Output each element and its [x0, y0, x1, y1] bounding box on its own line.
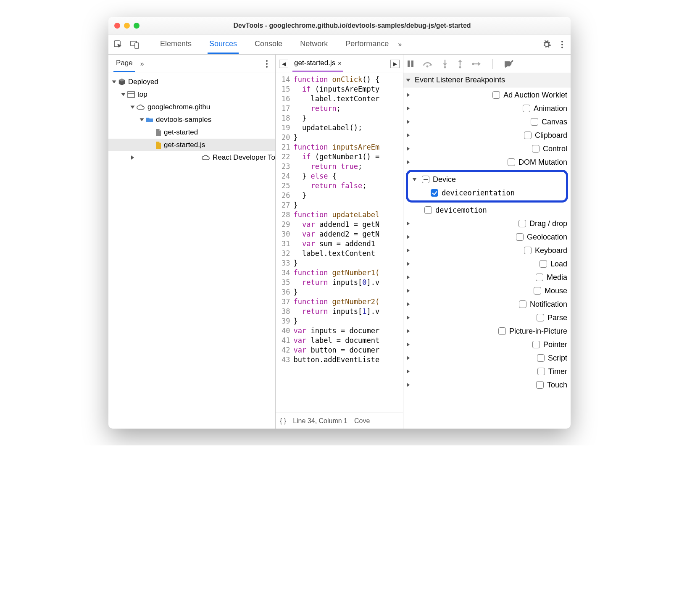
breakpoint-event[interactable]: deviceorientation [410, 186, 564, 200]
breakpoint-category[interactable]: Control [403, 142, 571, 155]
close-window[interactable] [114, 23, 120, 29]
breakpoint-category[interactable]: Pointer [403, 338, 571, 351]
checkbox[interactable] [537, 314, 544, 321]
tab-performance[interactable]: Performance [344, 35, 390, 54]
pretty-print-icon[interactable]: { } [280, 417, 286, 425]
breakpoint-category[interactable]: Notification [403, 297, 571, 311]
more-tabs-icon[interactable]: » [398, 41, 402, 48]
svg-rect-2 [135, 43, 139, 48]
nav-fwd-icon[interactable]: ▶ [390, 60, 400, 68]
checkbox[interactable] [424, 206, 432, 214]
nav-back-icon[interactable]: ◀ [279, 60, 288, 68]
breakpoint-category[interactable]: Script [403, 351, 571, 365]
caret-icon [131, 106, 135, 109]
category-label: Keyboard [535, 246, 567, 255]
breakpoint-category[interactable]: Mouse [403, 284, 571, 297]
breakpoint-category[interactable]: Drag / drop [403, 217, 571, 230]
close-tab-icon[interactable]: × [338, 60, 342, 67]
source-code[interactable]: function onClick() { if (inputsAreEmpty … [293, 73, 379, 413]
tab-elements[interactable]: Elements [158, 35, 193, 54]
breakpoint-category[interactable]: Keyboard [403, 244, 571, 257]
breakpoint-event[interactable]: devicemotion [403, 203, 571, 217]
step-into-icon[interactable] [442, 60, 448, 68]
tree-item[interactable]: devtools-samples [108, 113, 275, 126]
breakpoint-category[interactable]: Ad Auction Worklet [403, 88, 571, 102]
checkbox[interactable] [524, 132, 532, 139]
step-over-icon[interactable] [423, 61, 433, 67]
breakpoint-category[interactable]: Parse [403, 311, 571, 324]
page-tab[interactable]: Page [113, 55, 135, 72]
cloud-icon [137, 104, 145, 110]
caret-icon [407, 369, 532, 374]
breakpoint-category[interactable]: Animation [403, 102, 571, 115]
checkbox[interactable] [508, 158, 515, 166]
deactivate-breakpoints-icon[interactable] [504, 60, 514, 68]
breakpoint-category[interactable]: Load [403, 257, 571, 271]
tree-item[interactable]: Deployed [108, 76, 275, 88]
file-tab[interactable]: get-started.js × [292, 55, 343, 72]
file-icon [155, 129, 161, 136]
breakpoint-category[interactable]: Device [410, 173, 564, 186]
checkbox[interactable] [540, 260, 547, 268]
tree-item[interactable]: React Developer To [108, 151, 275, 164]
caret-icon [140, 118, 144, 121]
checkbox[interactable] [492, 91, 500, 99]
tree-item[interactable]: googlechrome.githu [108, 101, 275, 113]
inspect-icon[interactable] [113, 40, 123, 49]
settings-icon[interactable] [542, 40, 551, 49]
breakpoint-category[interactable]: Media [403, 271, 571, 284]
line-gutter: 1415161718192021222324252627282930313233… [276, 73, 293, 413]
tree-item-label: get-started [164, 128, 198, 137]
tab-network[interactable]: Network [298, 35, 329, 54]
breakpoint-category[interactable]: Geolocation [403, 230, 571, 244]
checkbox[interactable] [531, 118, 538, 126]
checkbox[interactable] [537, 368, 545, 375]
checkbox[interactable] [534, 287, 541, 295]
zoom-window[interactable] [134, 23, 139, 29]
tree-item[interactable]: get-started [108, 126, 275, 139]
breakpoint-category[interactable]: DOM Mutation [403, 155, 571, 169]
tree-item[interactable]: top [108, 88, 275, 101]
tree-item[interactable]: get-started.js [108, 139, 275, 151]
kebab-menu-icon[interactable] [559, 41, 566, 48]
caret-icon [407, 316, 531, 320]
checkbox[interactable] [537, 354, 545, 362]
breakpoints-panel-title: Event Listener Breakpoints [415, 76, 505, 84]
checkbox[interactable] [524, 247, 532, 254]
caret-icon [407, 221, 513, 226]
tab-sources[interactable]: Sources [208, 35, 239, 54]
checkbox[interactable] [498, 327, 506, 335]
step-icon[interactable] [472, 61, 482, 67]
caret-icon [407, 302, 513, 306]
breakpoint-category[interactable]: Clipboard [403, 129, 571, 142]
checkbox[interactable] [516, 233, 524, 241]
breakpoint-category[interactable]: Canvas [403, 115, 571, 129]
checkbox[interactable] [532, 145, 540, 153]
device-toggle-icon[interactable] [130, 40, 139, 49]
caret-icon [407, 262, 534, 266]
breakpoints-panel-header[interactable]: Event Listener Breakpoints [403, 73, 571, 87]
checkbox[interactable] [536, 381, 544, 389]
checkbox[interactable] [518, 220, 526, 227]
step-out-icon[interactable] [457, 60, 463, 68]
breakpoint-category[interactable]: Touch [403, 378, 571, 392]
checkbox[interactable] [532, 341, 540, 348]
jsfile-icon [155, 142, 161, 149]
svg-point-11 [459, 66, 461, 68]
breakpoint-category[interactable]: Picture-in-Picture [403, 324, 571, 338]
checkbox[interactable] [536, 274, 543, 281]
checkbox[interactable] [523, 105, 530, 112]
minimize-window[interactable] [124, 23, 130, 29]
category-label: Media [547, 273, 567, 282]
breakpoint-category[interactable]: Timer [403, 365, 571, 378]
checkbox[interactable] [422, 176, 429, 183]
checkbox[interactable] [519, 300, 526, 308]
checkbox[interactable] [431, 189, 438, 197]
tab-console[interactable]: Console [253, 35, 284, 54]
nav-kebab-icon[interactable] [263, 60, 270, 68]
main-toolbar: ElementsSourcesConsoleNetworkPerformance… [108, 34, 571, 55]
more-nav-tabs-icon[interactable]: » [140, 60, 144, 68]
caret-icon [407, 147, 526, 151]
svg-rect-6 [411, 61, 413, 67]
pause-icon[interactable] [408, 61, 413, 67]
